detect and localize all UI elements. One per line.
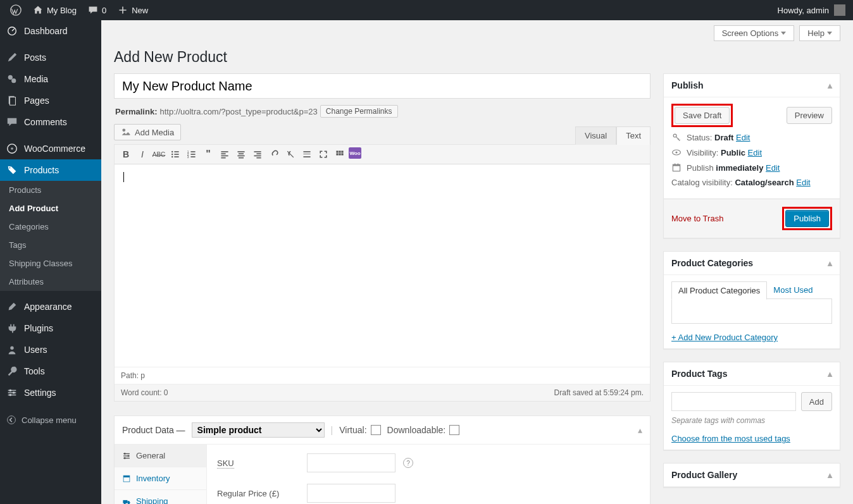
categories-list[interactable] xyxy=(671,298,832,324)
menu-settings[interactable]: Settings xyxy=(0,382,101,403)
tag-input[interactable] xyxy=(671,392,796,411)
editor-tab-visual[interactable]: Visual xyxy=(575,126,616,145)
save-draft-button[interactable]: Save Draft xyxy=(675,107,730,124)
edit-catalog-link[interactable]: Edit xyxy=(796,178,810,187)
svg-point-7 xyxy=(11,147,13,150)
publish-box: Publish▴ Save Draft Preview Status: Draf… xyxy=(663,73,840,238)
preview-button[interactable]: Preview xyxy=(787,107,832,124)
permalink-row: Permalink: http://uoltra.com/?post_type=… xyxy=(114,99,651,124)
editor-tab-text[interactable]: Text xyxy=(616,126,651,145)
menu-media[interactable]: Media xyxy=(0,68,101,90)
submenu-categories[interactable]: Categories xyxy=(0,218,101,236)
sku-input[interactable] xyxy=(307,453,395,472)
pd-tab-shipping[interactable]: Shipping xyxy=(115,490,206,504)
submenu-products[interactable]: Products xyxy=(0,181,101,199)
categories-tab-most-used[interactable]: Most Used xyxy=(767,281,819,299)
fullscreen-button[interactable] xyxy=(316,147,331,161)
align-center-button[interactable] xyxy=(233,147,249,161)
downloadable-checkbox[interactable] xyxy=(449,425,459,435)
howdy-text: Howdy, admin xyxy=(778,6,829,15)
unlink-button[interactable] xyxy=(283,147,298,161)
change-permalinks-button[interactable]: Change Permalinks xyxy=(320,105,398,118)
choose-tags-link[interactable]: Choose from the most used tags xyxy=(671,434,790,443)
italic-button[interactable]: I xyxy=(135,147,150,161)
number-list-button[interactable]: 123 xyxy=(184,147,199,161)
svg-point-20 xyxy=(171,154,173,155)
toolbar-toggle-button[interactable] xyxy=(332,147,347,161)
page-title: Add New Product xyxy=(114,46,840,73)
menu-tools[interactable]: Tools xyxy=(0,360,101,382)
screen-options-button[interactable]: Screen Options xyxy=(714,25,795,41)
move-to-trash-link[interactable]: Move to Trash xyxy=(671,214,723,223)
help-icon[interactable]: ? xyxy=(403,458,413,468)
svg-rect-40 xyxy=(254,156,261,157)
svg-point-15 xyxy=(9,394,12,396)
edit-publish-date-link[interactable]: Edit xyxy=(766,163,780,173)
collapse-toggle-icon[interactable]: ▴ xyxy=(828,470,832,480)
publish-button[interactable]: Publish xyxy=(785,210,829,227)
menu-users[interactable]: Users xyxy=(0,339,101,360)
menu-pages[interactable]: Pages xyxy=(0,90,101,111)
menu-appearance[interactable]: Appearance xyxy=(0,296,101,317)
collapse-toggle-icon[interactable]: ▴ xyxy=(828,369,832,379)
blockquote-button[interactable]: " xyxy=(201,147,216,161)
svg-rect-31 xyxy=(221,153,225,154)
submenu-add-product[interactable]: Add Product xyxy=(0,199,101,218)
submenu-attributes[interactable]: Attributes xyxy=(0,273,101,291)
menu-woocommerce[interactable]: WooCommerce xyxy=(0,138,101,159)
menu-woocommerce-label: WooCommerce xyxy=(24,144,85,154)
help-button[interactable]: Help xyxy=(799,25,840,41)
wp-logo[interactable] xyxy=(5,0,27,20)
product-type-select[interactable]: Simple product xyxy=(192,422,325,438)
add-media-button[interactable]: Add Media xyxy=(114,124,181,140)
collapse-toggle-icon[interactable]: ▴ xyxy=(828,258,832,268)
virtual-checkbox[interactable] xyxy=(371,425,381,435)
pd-tab-general[interactable]: General xyxy=(115,445,206,467)
woo-shortcode-button[interactable]: Woo xyxy=(349,147,361,159)
key-icon xyxy=(671,132,682,142)
bold-button[interactable]: B xyxy=(118,147,134,161)
editor-textarea[interactable] xyxy=(115,164,650,367)
collapse-toggle-icon[interactable]: ▴ xyxy=(638,425,642,435)
svg-rect-58 xyxy=(123,476,130,477)
menu-comments[interactable]: Comments xyxy=(0,111,101,133)
link-button[interactable] xyxy=(266,147,282,161)
categories-tab-all[interactable]: All Product Categories xyxy=(671,281,767,300)
svg-point-18 xyxy=(171,151,173,152)
calendar-icon xyxy=(671,163,682,173)
menu-settings-label: Settings xyxy=(24,388,56,398)
submenu-shipping-classes[interactable]: Shipping Classes xyxy=(0,254,101,273)
strike-button[interactable]: ABC xyxy=(151,147,166,161)
regular-price-input[interactable] xyxy=(307,484,395,503)
bullet-list-button[interactable] xyxy=(168,147,183,161)
edit-visibility-link[interactable]: Edit xyxy=(748,148,762,157)
menu-posts[interactable]: Posts xyxy=(0,47,101,68)
edit-status-link[interactable]: Edit xyxy=(736,133,750,142)
submenu-tags[interactable]: Tags xyxy=(0,236,101,254)
pd-tab-inventory[interactable]: Inventory xyxy=(115,467,206,490)
my-account[interactable]: Howdy, admin xyxy=(778,4,848,16)
site-name-link[interactable]: My Blog xyxy=(28,0,82,20)
svg-rect-50 xyxy=(341,153,343,155)
collapse-menu[interactable]: Collapse menu xyxy=(0,409,101,431)
menu-tools-label: Tools xyxy=(24,366,45,376)
align-left-button[interactable] xyxy=(217,147,232,161)
product-title-input[interactable] xyxy=(114,73,651,99)
add-tag-button[interactable]: Add xyxy=(801,392,832,411)
editor-path: Path: p xyxy=(115,367,650,384)
comments-link[interactable]: 0 xyxy=(83,0,111,20)
align-right-button[interactable] xyxy=(250,147,265,161)
new-link[interactable]: New xyxy=(113,0,153,20)
gallery-box: Product Gallery▴ xyxy=(663,463,840,488)
menu-posts-label: Posts xyxy=(24,52,46,63)
svg-rect-59 xyxy=(123,500,127,503)
menu-plugins[interactable]: Plugins xyxy=(0,317,101,339)
menu-products[interactable]: Products xyxy=(0,159,101,181)
word-count: Word count: 0 xyxy=(121,388,168,397)
add-new-category-link[interactable]: + Add New Product Category xyxy=(671,333,778,342)
more-button[interactable] xyxy=(299,147,314,161)
collapse-toggle-icon[interactable]: ▴ xyxy=(828,80,832,90)
menu-dashboard[interactable]: Dashboard xyxy=(0,20,101,42)
svg-rect-34 xyxy=(237,151,244,152)
svg-rect-21 xyxy=(174,154,178,155)
